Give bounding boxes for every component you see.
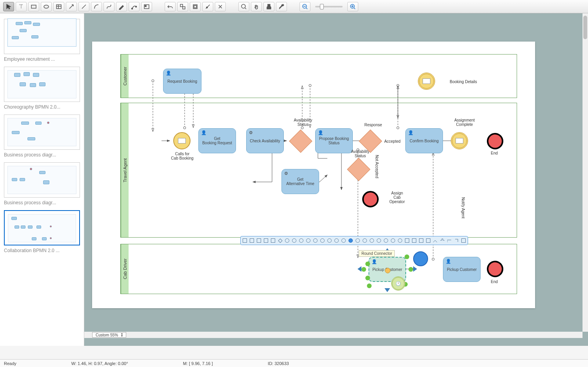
rbtn-8[interactable] <box>291 237 298 244</box>
rbtn-10[interactable] <box>305 237 312 244</box>
ellipse-tool[interactable] <box>41 2 52 11</box>
ungroup-button[interactable] <box>177 2 188 11</box>
rbtn-1[interactable] <box>241 237 248 244</box>
gateway-availability[interactable] <box>289 129 312 153</box>
task-confirm-booking[interactable]: 👤Confirm Booking <box>405 128 443 153</box>
conn-handle-down[interactable] <box>385 288 390 292</box>
end-event-driver[interactable] <box>487 261 503 277</box>
zoom-tool[interactable] <box>238 2 249 11</box>
arrow-tool[interactable] <box>66 2 77 11</box>
message-event-assignment[interactable] <box>451 132 468 149</box>
edit-points-tool[interactable] <box>129 2 140 11</box>
rbtn-13[interactable] <box>326 237 333 244</box>
handle-ne[interactable] <box>405 254 409 259</box>
gateway-small[interactable] <box>347 158 370 181</box>
rbtn-2[interactable] <box>249 237 255 244</box>
rbtn-11[interactable] <box>312 237 319 244</box>
rbtn-14[interactable] <box>333 237 340 244</box>
rbtn-32[interactable] <box>460 237 467 244</box>
thumbnail-4[interactable] <box>4 162 80 198</box>
envelope-icon <box>178 138 186 144</box>
handle-e[interactable] <box>408 267 413 272</box>
library-tool[interactable] <box>141 2 152 11</box>
rbtn-4[interactable] <box>263 237 269 244</box>
rbtn-22[interactable] <box>390 237 396 244</box>
user-icon: 👤 <box>372 259 377 264</box>
label-notify-agent: Notify Agent <box>461 197 465 218</box>
rbtn-12[interactable] <box>319 237 326 244</box>
task-request-booking[interactable]: 👤 Request Booking <box>163 69 201 94</box>
zoom-out-button[interactable] <box>299 2 310 11</box>
group-button[interactable] <box>190 2 201 11</box>
handle-nw[interactable] <box>365 262 370 266</box>
rbtn-24[interactable] <box>404 237 410 244</box>
eyedropper-tool[interactable] <box>276 2 287 11</box>
table-tool[interactable] <box>53 2 64 11</box>
select-tool[interactable] <box>3 2 14 11</box>
rbtn-5[interactable] <box>270 237 276 244</box>
rbtn-23[interactable] <box>397 237 403 244</box>
bezier-tool[interactable] <box>103 2 114 11</box>
vscroll-thumb[interactable] <box>583 16 587 39</box>
end-event-rejected[interactable] <box>362 191 379 207</box>
status-dims: W: 1.46, H: 0.97, Angle: 0.00° <box>71 361 128 366</box>
snap-button[interactable] <box>215 2 226 11</box>
rbtn-9[interactable] <box>298 237 305 244</box>
rbtn-7[interactable] <box>284 237 290 244</box>
pool-cab-driver[interactable]: Cab Driver 👤 Pickup Customer <box>120 244 517 294</box>
pan-tool[interactable] <box>251 2 262 11</box>
handle-s1[interactable] <box>367 283 372 288</box>
rbtn-16[interactable] <box>347 237 354 244</box>
zoom-in-button[interactable] <box>347 2 358 11</box>
message-event-booking-details[interactable] <box>418 73 435 90</box>
rbtn-31[interactable] <box>453 237 460 244</box>
rect-tool[interactable] <box>28 2 39 11</box>
rbtn-6[interactable] <box>277 237 283 244</box>
status-ready: Ready <box>4 361 16 366</box>
rbtn-17[interactable] <box>354 237 361 244</box>
rbtn-26[interactable] <box>418 237 425 244</box>
rbtn-21[interactable] <box>383 237 389 244</box>
task-alt-time[interactable]: ⚙Get Alternative Time <box>281 169 319 194</box>
drawing-sheet[interactable]: Customer 👤 Request Booking Booking Detai… <box>92 42 535 308</box>
rbtn-30[interactable] <box>446 237 453 244</box>
thumbnail-1[interactable] <box>4 19 80 54</box>
thumbnail-3[interactable] <box>4 114 80 150</box>
rbtn-25[interactable] <box>411 237 417 244</box>
pool-travel-agent[interactable]: Travel Agent Calls for Cab Booking 👤Get … <box>120 103 517 238</box>
rbtn-28[interactable] <box>432 237 439 244</box>
pool-customer[interactable]: Customer 👤 Request Booking Booking Detai… <box>120 54 517 98</box>
rbtn-3[interactable] <box>256 237 262 244</box>
thumbnail-2[interactable] <box>4 67 80 102</box>
timer-event[interactable]: 🕐 <box>391 276 405 291</box>
rbtn-15[interactable] <box>340 237 347 244</box>
rbtn-18[interactable] <box>361 237 368 244</box>
canvas-viewport[interactable]: Customer 👤 Request Booking Booking Detai… <box>84 13 583 332</box>
round-connector[interactable] <box>413 251 428 266</box>
rbtn-29[interactable] <box>439 237 446 244</box>
zoom-slider[interactable] <box>312 6 346 7</box>
conn-handle-right[interactable] <box>413 266 417 272</box>
curve-tool[interactable] <box>91 2 102 11</box>
task-get-booking-request[interactable]: 👤Get Booking Request <box>198 128 236 153</box>
task-pickup-customer-2[interactable]: 👤Pickup Customer <box>443 257 481 282</box>
handle-sw[interactable] <box>365 276 370 280</box>
end-event-agent[interactable] <box>487 133 503 149</box>
zoom-combo[interactable]: Custom 55%▴▾ <box>92 332 126 338</box>
rbtn-27[interactable] <box>425 237 432 244</box>
vertical-scrollbar[interactable] <box>583 13 588 332</box>
stamp-tool[interactable] <box>263 2 274 11</box>
text-tool[interactable] <box>16 2 27 11</box>
rbtn-19[interactable] <box>368 237 375 244</box>
handle-w[interactable] <box>361 267 366 272</box>
undo-button[interactable] <box>165 2 176 11</box>
line-tool[interactable] <box>78 2 89 11</box>
pen-tool[interactable] <box>116 2 127 11</box>
status-id: ID: 320633 <box>268 361 289 366</box>
thumbnail-5[interactable] <box>4 210 80 245</box>
task-check-availability[interactable]: ⚙Check Availability <box>246 128 284 153</box>
align-button[interactable] <box>202 2 213 11</box>
conn-handle-left[interactable] <box>358 266 361 272</box>
start-event-calls[interactable] <box>173 132 191 149</box>
rbtn-20[interactable] <box>376 237 382 244</box>
